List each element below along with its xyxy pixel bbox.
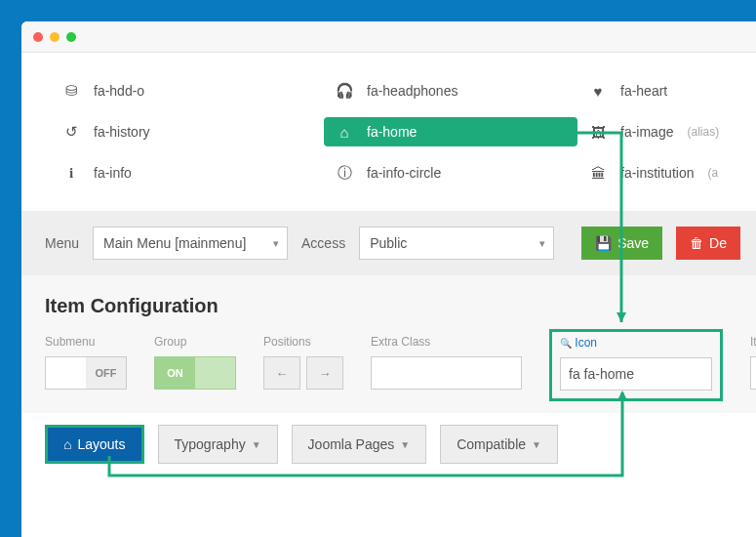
tab-label: Joomla Pages xyxy=(308,436,395,452)
icon-item-selected[interactable]: ⌂fa-home xyxy=(324,117,577,146)
arrow-left-icon: ← xyxy=(276,366,289,381)
position-left-button[interactable]: ← xyxy=(263,356,300,390)
save-icon: 💾 xyxy=(595,235,612,251)
icon-label: fa-hdd-o xyxy=(94,83,144,99)
arrow-right-icon: → xyxy=(319,366,332,381)
image-icon: 🖼 xyxy=(589,124,607,141)
submenu-toggle[interactable]: OFF xyxy=(45,356,127,390)
menu-label: Menu xyxy=(45,235,79,251)
icon-item[interactable]: 🎧fa-headphones xyxy=(324,76,577,105)
heart-icon: ♥ xyxy=(589,83,607,100)
tab-label: Layouts xyxy=(77,436,125,452)
search-icon: 🔍 xyxy=(560,338,572,349)
item-input[interactable] xyxy=(750,356,756,390)
tab-layouts[interactable]: ⌂Layouts xyxy=(45,425,144,464)
close-dot[interactable] xyxy=(33,32,43,42)
icon-label: fa-institution xyxy=(620,165,694,181)
institution-icon: 🏛 xyxy=(589,165,607,182)
positions-field: Positions ← → xyxy=(263,335,343,401)
minimize-dot[interactable] xyxy=(50,32,60,42)
icon-label: 🔍 Icon xyxy=(560,336,712,350)
chevron-down-icon: ▼ xyxy=(252,439,261,450)
info-circle-icon: ⓘ xyxy=(336,164,353,183)
icon-item[interactable]: 🖼fa-image (alias) xyxy=(577,117,756,146)
icon-field-highlight: 🔍 Icon xyxy=(549,329,723,401)
trash-icon: 🗑 xyxy=(690,235,703,251)
home-icon: ⌂ xyxy=(336,124,353,141)
menu-value: Main Menu [mainmenu] xyxy=(103,235,246,251)
extraclass-field: Extra Class xyxy=(371,335,522,401)
headphones-icon: 🎧 xyxy=(336,82,353,100)
home-icon: ⌂ xyxy=(63,436,71,452)
item-label: Item xyxy=(750,335,756,349)
icon-label: fa-image xyxy=(620,124,673,140)
tab-joomla-pages[interactable]: Joomla Pages▼ xyxy=(292,425,427,464)
group-label: Group xyxy=(154,335,236,349)
save-button[interactable]: 💾Save xyxy=(581,227,662,260)
history-icon: ↺ xyxy=(62,123,80,141)
group-field: Group ON xyxy=(154,335,236,401)
tab-label: Compatible xyxy=(457,436,526,452)
alias-label: (alias) xyxy=(687,125,719,139)
submenu-field: Submenu OFF xyxy=(45,335,127,401)
window-titlebar xyxy=(21,21,756,53)
hdd-icon: ⛁ xyxy=(62,82,80,100)
tab-label: Typography xyxy=(175,436,246,452)
zoom-dot[interactable] xyxy=(66,32,76,42)
toggle-off-text: OFF xyxy=(86,357,126,389)
chevron-down-icon: ▼ xyxy=(532,439,541,450)
tab-typography[interactable]: Typography▼ xyxy=(158,425,278,464)
icon-label: fa-info-circle xyxy=(367,165,441,181)
access-label: Access xyxy=(301,235,345,251)
icon-item[interactable]: ♥fa-heart xyxy=(577,76,756,105)
access-value: Public xyxy=(370,235,407,251)
position-right-button[interactable]: → xyxy=(306,356,343,390)
access-select[interactable]: Public xyxy=(359,227,554,260)
extraclass-input[interactable] xyxy=(371,356,522,390)
icon-item[interactable]: ⓘfa-info-circle xyxy=(324,158,577,187)
item-configuration: Item Configuration Submenu OFF Group ON … xyxy=(21,275,756,413)
icon-label: fa-info xyxy=(94,165,132,181)
tab-compatible[interactable]: Compatible▼ xyxy=(440,425,558,464)
delete-label: De xyxy=(709,235,727,251)
positions-label: Positions xyxy=(263,335,343,349)
icon-item[interactable]: ↺fa-history xyxy=(51,117,324,146)
icon-item[interactable]: ifa-info xyxy=(51,158,324,187)
delete-button[interactable]: 🗑De xyxy=(676,227,740,260)
icon-item[interactable]: 🏛fa-institution (a xyxy=(577,158,756,187)
toggle-on-text: ON xyxy=(155,357,195,389)
icon-input[interactable] xyxy=(560,357,712,391)
icon-label: fa-history xyxy=(94,124,150,140)
icon-picker-grid: ⛁fa-hdd-o 🎧fa-headphones ♥fa-heart ↺fa-h… xyxy=(21,53,756,211)
extraclass-label: Extra Class xyxy=(371,335,522,349)
menu-select[interactable]: Main Menu [mainmenu] xyxy=(93,227,288,260)
icon-label: fa-home xyxy=(367,124,417,140)
save-label: Save xyxy=(617,235,649,251)
group-toggle[interactable]: ON xyxy=(154,356,236,390)
tabs: ⌂Layouts Typography▼ Joomla Pages▼ Compa… xyxy=(21,413,756,475)
info-icon: i xyxy=(62,165,80,182)
toolbar: Menu Main Menu [mainmenu] Access Public … xyxy=(21,211,756,275)
alias-label: (a xyxy=(707,166,718,180)
item-field: Item xyxy=(750,335,756,401)
submenu-label: Submenu xyxy=(45,335,127,349)
icon-label: fa-heart xyxy=(620,83,667,99)
icon-item[interactable]: ⛁fa-hdd-o xyxy=(51,76,324,105)
chevron-down-icon: ▼ xyxy=(400,439,410,450)
config-title: Item Configuration xyxy=(45,295,733,317)
icon-label: fa-headphones xyxy=(367,83,458,99)
